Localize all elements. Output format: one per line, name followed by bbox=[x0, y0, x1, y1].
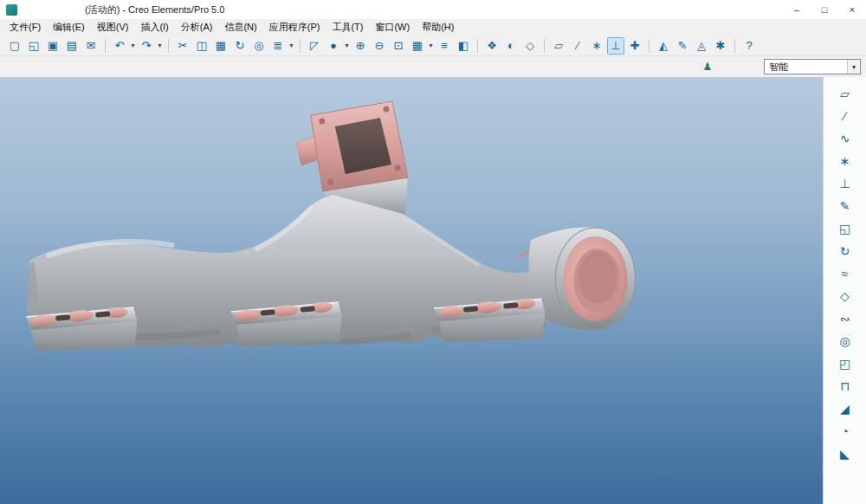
sketch-tool-icon[interactable]: ✎ bbox=[836, 197, 855, 216]
datum-point-tool-icon[interactable]: ∗ bbox=[836, 152, 855, 171]
copy-icon[interactable]: ◫ bbox=[193, 37, 210, 55]
toolbar-divider bbox=[544, 39, 545, 53]
minimize-button[interactable]: – bbox=[783, 0, 811, 19]
chevron-down-icon[interactable]: ▾ bbox=[847, 60, 860, 74]
paste-icon[interactable]: ▦ bbox=[212, 37, 229, 55]
window-title: (活动的) - Creo Elements/Pro 5.0 bbox=[85, 3, 224, 16]
menu-info[interactable]: 信息(N) bbox=[218, 19, 262, 36]
redo-menu-icon[interactable]: ▾ bbox=[156, 37, 164, 55]
feature-list-menu-icon[interactable]: ▾ bbox=[288, 37, 295, 55]
find-icon[interactable]: ◎ bbox=[250, 37, 268, 55]
menu-insert[interactable]: 插入(I) bbox=[134, 19, 174, 36]
open-file-icon[interactable]: ◱ bbox=[25, 37, 42, 55]
model-setup-icon[interactable]: ✱ bbox=[712, 37, 729, 55]
round-tool-icon[interactable]: ◔ bbox=[836, 422, 855, 441]
coordinate-system-tool-icon[interactable]: ⊥ bbox=[836, 174, 855, 193]
render-style-icon[interactable]: ● bbox=[325, 37, 342, 55]
redo-icon[interactable]: ↷ bbox=[138, 37, 155, 55]
toolbar-divider bbox=[300, 39, 301, 53]
context-help-icon[interactable]: ? bbox=[740, 37, 758, 55]
plane-display-toggle[interactable]: ▱ bbox=[550, 37, 567, 55]
menu-edit[interactable]: 编辑(E) bbox=[47, 19, 91, 36]
symbol-icon[interactable]: ◬ bbox=[693, 37, 710, 55]
top-flange[interactable] bbox=[297, 101, 408, 191]
toolbar-divider bbox=[105, 39, 106, 53]
app-window: (活动的) - Creo Elements/Pro 5.0 – □ × 文件(F… bbox=[0, 0, 866, 504]
point-display-toggle[interactable]: ∗ bbox=[588, 37, 605, 55]
draft-tool-icon[interactable]: ◢ bbox=[836, 399, 855, 418]
menubar: 文件(F)编辑(E)视图(V)插入(I)分析(A)信息(N)应用程序(P)工具(… bbox=[0, 19, 866, 36]
chamfer-tool-icon[interactable]: ◣ bbox=[836, 444, 855, 463]
named-views-menu-icon[interactable]: ▾ bbox=[427, 37, 435, 55]
annotation-icon[interactable]: ◭ bbox=[655, 37, 672, 55]
model-3d[interactable] bbox=[0, 77, 823, 504]
datum-plane-tool-icon[interactable]: ▱ bbox=[836, 84, 855, 103]
undo-icon[interactable]: ↶ bbox=[111, 37, 128, 55]
save-icon[interactable]: ▣ bbox=[44, 37, 61, 55]
maximize-button[interactable]: □ bbox=[811, 0, 838, 19]
menu-window[interactable]: 窗口(W) bbox=[369, 19, 416, 36]
zoom-in-icon[interactable]: ⊕ bbox=[352, 37, 369, 55]
revolve-tool-icon[interactable]: ↻ bbox=[836, 242, 855, 261]
csys-display-toggle[interactable]: ⊥ bbox=[607, 37, 624, 55]
refit-icon[interactable]: ⊡ bbox=[390, 37, 407, 55]
hidden-line-icon[interactable]: ◇ bbox=[521, 37, 539, 55]
menu-help[interactable]: 帮助(H) bbox=[416, 19, 460, 36]
sweep-tool-icon[interactable]: ≈ bbox=[836, 264, 855, 283]
toolbar-divider bbox=[734, 39, 735, 53]
main-toolbar: ▢◱▣▤✉↶▾↷▾✂◫▦↻◎≣▾◸●▾⊕⊖⊡▦▾≡◧❖◐◇▱∕∗⊥✚◭✎◬✱? bbox=[0, 36, 866, 56]
toolbar-divider bbox=[649, 39, 650, 53]
sketched-curve-tool-icon[interactable]: ∿ bbox=[836, 129, 855, 148]
email-icon[interactable]: ✉ bbox=[82, 37, 100, 55]
model-status-icon[interactable]: ♟ bbox=[700, 59, 715, 74]
regenerate-icon[interactable]: ↻ bbox=[231, 37, 249, 55]
titlebar[interactable]: (活动的) - Creo Elements/Pro 5.0 – □ × bbox=[0, 0, 866, 19]
menu-analysis[interactable]: 分析(A) bbox=[175, 19, 219, 36]
main-area: ▱∕∿∗⊥✎◱↻≈◇∾◎◰⊓◢◔◣ bbox=[0, 77, 866, 504]
viewport[interactable] bbox=[0, 77, 823, 504]
style-tool-icon[interactable]: ∾ bbox=[836, 309, 855, 328]
extrude-tool-icon[interactable]: ◱ bbox=[836, 219, 855, 238]
axis-display-toggle[interactable]: ∕ bbox=[569, 37, 586, 55]
close-button[interactable]: × bbox=[838, 0, 866, 19]
spin-center-toggle[interactable]: ✚ bbox=[626, 37, 643, 55]
toolbar-divider bbox=[477, 39, 478, 53]
view-manager-icon[interactable]: ◧ bbox=[455, 37, 472, 55]
zoom-out-icon[interactable]: ⊖ bbox=[371, 37, 388, 55]
menu-view[interactable]: 视图(V) bbox=[91, 19, 135, 36]
cut-icon[interactable]: ✂ bbox=[174, 37, 191, 55]
menu-tools[interactable]: 工具(T) bbox=[326, 19, 369, 36]
shade-options-icon[interactable]: ◐ bbox=[502, 37, 520, 55]
new-file-icon[interactable]: ▢ bbox=[6, 37, 23, 55]
select-filter-icon[interactable]: ◸ bbox=[306, 37, 323, 55]
app-icon bbox=[6, 4, 17, 16]
print-icon[interactable]: ▤ bbox=[63, 37, 81, 55]
note-icon[interactable]: ✎ bbox=[674, 37, 691, 55]
boundary-blend-tool-icon[interactable]: ◇ bbox=[836, 287, 855, 306]
toolbar-divider bbox=[168, 39, 169, 53]
menu-applications[interactable]: 应用程序(P) bbox=[263, 19, 326, 36]
repaint-icon[interactable]: ❖ bbox=[483, 37, 501, 55]
selection-filter-dropdown[interactable]: 智能 ▾ bbox=[764, 59, 861, 74]
layers-icon[interactable]: ≡ bbox=[436, 37, 453, 55]
feature-toolbar: ▱∕∿∗⊥✎◱↻≈◇∾◎◰⊓◢◔◣ bbox=[823, 77, 866, 504]
hole-tool-icon[interactable]: ◎ bbox=[836, 332, 855, 351]
secondary-toolbar: ♟ 智能 ▾ bbox=[0, 56, 866, 77]
feature-list-icon[interactable]: ≣ bbox=[269, 37, 287, 55]
undo-menu-icon[interactable]: ▾ bbox=[129, 37, 137, 55]
shell-tool-icon[interactable]: ◰ bbox=[836, 354, 855, 373]
named-views-icon[interactable]: ▦ bbox=[409, 37, 426, 55]
menu-file[interactable]: 文件(F) bbox=[3, 19, 47, 36]
render-style-menu-icon[interactable]: ▾ bbox=[343, 37, 351, 55]
selection-filter-value: 智能 bbox=[765, 61, 847, 74]
datum-axis-tool-icon[interactable]: ∕ bbox=[836, 107, 855, 126]
rib-tool-icon[interactable]: ⊓ bbox=[836, 377, 855, 396]
